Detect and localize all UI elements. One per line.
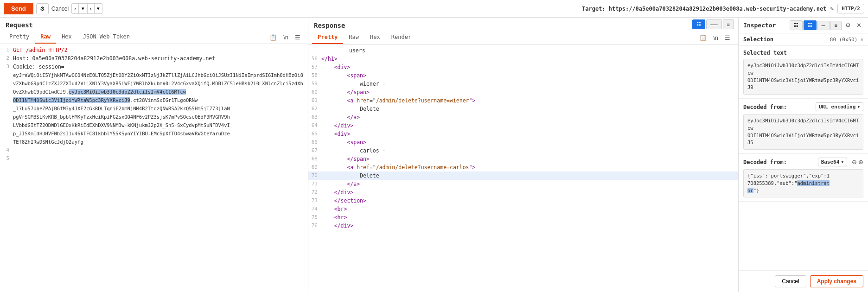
response-line-67: 67 carlos - xyxy=(308,146,738,155)
response-wrap-icon[interactable]: \n xyxy=(711,33,720,42)
decoded-base64-icons: ⊖ ⊕ xyxy=(852,159,863,165)
inspector-panel: Inspector ☷ ☷ ─ ≡ ⚙ ✕ Selection 80 (0x50… xyxy=(738,18,868,292)
inspector-view-1[interactable]: ☷ xyxy=(790,20,803,30)
response-line-59: 59 wiener - xyxy=(308,80,738,88)
inspector-title: Inspector xyxy=(743,22,776,29)
response-line-57: 57 <div> xyxy=(308,63,738,71)
response-line-71: 71 </a> xyxy=(308,180,738,188)
target-url: Target: https://0a5e00a70328204a82912e2b… xyxy=(582,6,826,12)
response-line-72: 72 </div> xyxy=(308,188,738,197)
apply-changes-button[interactable]: Apply changes xyxy=(810,275,863,287)
nav-next-dropdown[interactable]: ▾ xyxy=(95,3,102,14)
tab-request-pretty[interactable]: Pretty xyxy=(4,31,35,44)
tab-request-raw[interactable]: Raw xyxy=(35,31,56,44)
request-cookie-line-4: pgVrSGM3SLKvKRB_bpblHMKyTzxHeiKpiFGZsxQQ… xyxy=(0,113,308,121)
decoded-from-1-label: Decoded from: xyxy=(743,104,787,110)
selection-row: Selection 80 (0x50) ⇧ xyxy=(739,33,868,46)
tab-request-hex[interactable]: Hex xyxy=(56,31,77,44)
nav-next-button[interactable]: › xyxy=(87,3,95,14)
dropdown-chevron-icon: ▾ xyxy=(857,104,860,110)
decoded-base64-header: Decoded from: Base64 ▾ ⊖ ⊕ xyxy=(743,158,863,166)
request-panel: Request Pretty Raw Hex JSON Web Token 📋 … xyxy=(0,18,308,292)
tab-request-jwt[interactable]: JSON Web Token xyxy=(77,31,135,44)
settings-button[interactable]: ⚙ xyxy=(36,3,49,14)
view-compact-button[interactable]: ≡ xyxy=(723,19,734,29)
request-cookie-line-6: p_JISKmIdHUHVFNb2sI1u46kTFC81kbblY55KSyn… xyxy=(0,129,308,138)
response-line-74: 74 <br> xyxy=(308,205,738,213)
response-line-73: 73 </section> xyxy=(308,197,738,205)
decoded-base64-section: Decoded from: Base64 ▾ ⊖ ⊕ {"iss":"ports… xyxy=(739,154,868,202)
view-grid-button[interactable]: ☷ xyxy=(692,19,705,29)
view-lines-button[interactable]: ── xyxy=(706,19,722,29)
decoded-base64-text: {"iss":"portswigger","exp":1708255389,"s… xyxy=(743,169,863,197)
request-cookie-line-7: TEf8ZhIRwDSNtGcJdjO2ayfg xyxy=(0,138,308,146)
selection-label: Selection xyxy=(743,36,773,43)
request-line-4: 4 xyxy=(0,146,308,154)
decoded-plus-icon[interactable]: ⊕ xyxy=(858,159,863,165)
response-line-60: 60 </span> xyxy=(308,88,738,96)
toolbar: Send ⚙ Cancel ‹ ▾ › ▾ Target: https://0a… xyxy=(0,0,868,18)
response-copy-icon[interactable]: 📋 xyxy=(697,33,708,42)
request-line-5: 5 xyxy=(0,154,308,163)
response-line-66: 66 <span> xyxy=(308,138,738,146)
decoded-minus-icon[interactable]: ⊖ xyxy=(852,159,857,165)
inspector-view-4[interactable]: ≡ xyxy=(830,21,842,30)
decoded-url-section: Decoded from: URL encoding ▾ eyJpc3MiOiJ… xyxy=(739,99,868,154)
inspector-close-icon[interactable]: ✕ xyxy=(855,21,863,30)
inspector-view-2[interactable]: ☷ xyxy=(804,20,817,30)
request-cookie-line-1: eyJraWQiOiI5YjhkMTAwOC04NzE0LTQ5ZjEtODY2… xyxy=(0,71,308,96)
tab-response-raw[interactable]: Raw xyxy=(343,31,364,44)
send-button[interactable]: Send xyxy=(4,3,33,14)
request-line-1: 1 GET /admin HTTP/2 xyxy=(0,46,308,54)
request-copy-icon[interactable]: 📋 xyxy=(268,33,279,42)
selected-text-section: Selected text eyJpc3MiOiJwb3J0c3dpZ2dlci… xyxy=(739,46,868,99)
nav-prev-button[interactable]: ‹ xyxy=(71,3,79,14)
response-line-69: 69 <a href="/admin/delete?username=carlo… xyxy=(308,163,738,171)
decoded-from-1-dropdown[interactable]: URL encoding ▾ xyxy=(816,102,863,111)
inspector-header: Inspector ☷ ☷ ─ ≡ ⚙ ✕ xyxy=(739,18,868,33)
response-line-56: 56 </h1> xyxy=(308,55,738,63)
inspector-view-toggle: ☷ ☷ ─ ≡ xyxy=(790,20,842,30)
response-line-76: 76 </div> xyxy=(308,222,738,230)
tab-response-render[interactable]: Render xyxy=(386,31,417,44)
tab-response-pretty[interactable]: Pretty xyxy=(312,31,343,44)
nav-prev-dropdown[interactable]: ▾ xyxy=(79,3,87,14)
inspector-settings-icon[interactable]: ⚙ xyxy=(843,21,853,30)
response-line-users: users xyxy=(308,46,738,55)
inspector-header-icons: ☷ ☷ ─ ≡ ⚙ ✕ xyxy=(790,20,863,30)
tab-response-hex[interactable]: Hex xyxy=(364,31,386,44)
response-line-65: 65 <div> xyxy=(308,130,738,138)
response-line-61: 61 <a href="/admin/delete?username=wiene… xyxy=(308,96,738,105)
request-cookie-line-5: LVbbdGItTZ2ODWDlGEOxKkRiEdEXhDXV9NNM3w-k… xyxy=(0,121,308,129)
request-code-area[interactable]: 1 GET /admin HTTP/2 2 Host: 0a5e00a70328… xyxy=(0,44,308,292)
target-bar: Target: https://0a5e00a70328204a82912e2b… xyxy=(582,4,864,13)
inspector-view-3[interactable]: ─ xyxy=(817,21,830,30)
request-menu-icon[interactable]: ☰ xyxy=(293,33,302,42)
response-line-63: 63 </a> xyxy=(308,113,738,121)
response-line-68: 68 </span> xyxy=(308,155,738,163)
request-tab-icons: 📋 \n ☰ xyxy=(268,33,304,42)
response-code-area[interactable]: users 56 </h1> 57 <div> 58 <span> 59 wie… xyxy=(308,44,738,292)
dropdown-chevron-2-icon: ▾ xyxy=(841,159,844,165)
selection-collapse-icon[interactable]: ⇧ xyxy=(860,37,863,43)
request-wrap-icon[interactable]: \n xyxy=(281,33,290,42)
request-cookie-line-2: ODI1NTM4OSwic3ViIjoiYWRtaW5pc3RyYXRvciJ9… xyxy=(0,96,308,104)
decoded-url-text: eyJpc3MiOiJwb3J0c3dpZ2dlciIsImV4cCI6MTcw… xyxy=(743,114,863,150)
response-menu-icon[interactable]: ☰ xyxy=(723,33,732,42)
nav-arrows: ‹ ▾ › ▾ xyxy=(71,3,102,14)
response-line-58: 58 <span> xyxy=(308,71,738,80)
edit-icon[interactable]: ✎ xyxy=(830,5,834,12)
http-version-badge: HTTP/2 xyxy=(837,4,864,13)
request-line-3: 3 Cookie: session= xyxy=(0,63,308,71)
response-tabs: Pretty Raw Hex Render 📋 \n ☰ xyxy=(308,31,738,44)
inspector-cancel-button[interactable]: Cancel xyxy=(775,275,806,287)
decoded-from-2-dropdown[interactable]: Base64 ▾ xyxy=(818,158,847,166)
cancel-button[interactable]: Cancel xyxy=(51,6,69,12)
request-tabs: Pretty Raw Hex JSON Web Token 📋 \n ☰ xyxy=(0,31,308,44)
decoded-from-2-label: Decoded from: xyxy=(743,159,787,165)
decoded-from-2-type: Base64 xyxy=(821,159,840,165)
selected-text-box: eyJpc3MiOiJwb3J0c3dpZ2dlciIsImV4cCI6MTcw… xyxy=(743,59,863,95)
selection-count: 80 (0x50) xyxy=(830,37,858,43)
response-line-70: 70 Delete xyxy=(308,171,738,180)
response-tab-icons: 📋 \n ☰ xyxy=(697,33,734,42)
